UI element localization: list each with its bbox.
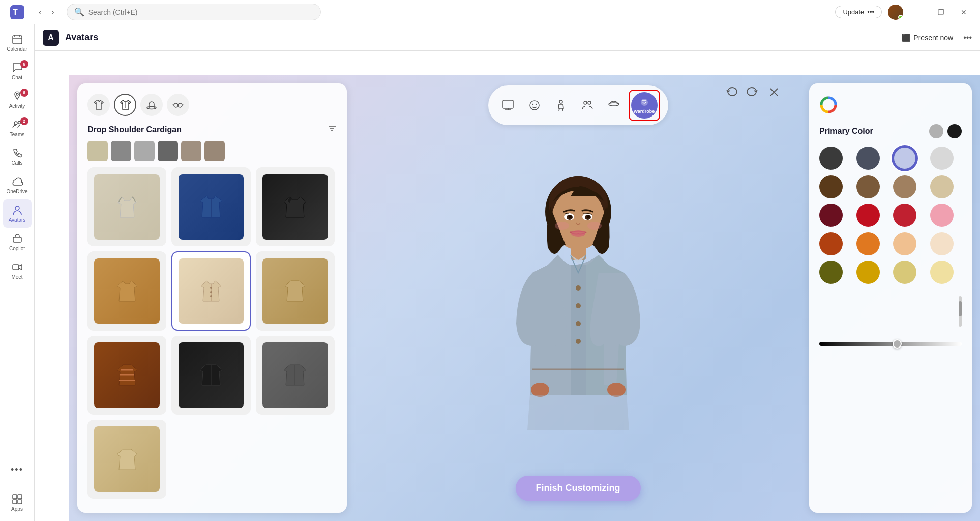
swatch-light-gray[interactable]: [930, 147, 954, 170]
clothing-item-8[interactable]: [171, 336, 250, 415]
sidebar-item-meet[interactable]: Meet: [3, 256, 32, 285]
wardrobe-tab-shirt[interactable]: [87, 94, 110, 116]
swatch-dark-gray[interactable]: [819, 147, 843, 170]
swatch-medium-brown[interactable]: [856, 175, 880, 198]
scrollbar-track: [959, 296, 962, 327]
clothing-item-1[interactable]: [87, 167, 166, 246]
scroll-thumb-5[interactable]: [181, 141, 201, 161]
clothing-grid: [87, 167, 335, 499]
swatch-light-gold[interactable]: [893, 260, 916, 284]
swatch-dark-brown[interactable]: [819, 175, 843, 198]
present-now-button[interactable]: ⬛ Present now: [898, 32, 957, 44]
color-presets: [929, 124, 962, 138]
update-button[interactable]: Update •••: [835, 6, 882, 18]
swatch-red[interactable]: [856, 204, 880, 227]
close-avatar-button[interactable]: [767, 85, 781, 102]
clothing-scroll-container: [87, 167, 337, 503]
sidebar-item-more[interactable]: •••: [3, 455, 32, 484]
cat-wardrobe-button[interactable]: Wardrobe: [631, 92, 658, 119]
forward-button[interactable]: ›: [47, 6, 58, 19]
wardrobe-tab-glasses[interactable]: [167, 94, 189, 116]
sidebar-item-calls[interactable]: Calls: [3, 142, 32, 171]
svg-point-30: [210, 295, 212, 297]
clothing-item-2[interactable]: [171, 167, 250, 246]
sidebar-item-copilot[interactable]: Copilot: [3, 228, 32, 256]
color-preset-black[interactable]: [947, 124, 962, 138]
swatch-light-tan[interactable]: [930, 175, 954, 198]
app-titlebar: A Avatars ⬛ Present now •••: [35, 24, 980, 51]
filter-icon[interactable]: [328, 124, 337, 135]
sidebar-item-activity[interactable]: 6 Activity: [3, 85, 32, 114]
wardrobe-tab-hat[interactable]: [140, 94, 163, 116]
clothing-item-10[interactable]: [87, 420, 166, 499]
swatch-dark-red[interactable]: [819, 204, 843, 227]
maximize-button[interactable]: ❐: [933, 6, 949, 18]
swatch-orange[interactable]: [856, 232, 880, 255]
clothing-item-7[interactable]: [87, 336, 166, 415]
undo-button[interactable]: [725, 85, 738, 102]
swatch-light-yellow[interactable]: [930, 260, 954, 284]
cat-face-button[interactable]: [523, 94, 546, 117]
avatars-icon: [12, 205, 23, 216]
cat-avatar-select-button[interactable]: [496, 94, 520, 117]
cat-group-button[interactable]: [576, 94, 599, 117]
activity-label: Activity: [9, 103, 25, 109]
color-preset-gray[interactable]: [929, 124, 943, 138]
sidebar-item-teams[interactable]: 2 Teams: [3, 114, 32, 142]
scroll-thumb-2[interactable]: [111, 141, 131, 161]
svg-point-42: [559, 100, 562, 103]
svg-text:T: T: [13, 8, 18, 17]
back-button[interactable]: ‹: [35, 6, 45, 19]
svg-rect-10: [13, 237, 21, 242]
close-button[interactable]: ✕: [956, 6, 972, 18]
swatch-dark-orange[interactable]: [819, 232, 843, 255]
svg-point-19: [178, 103, 182, 107]
scroll-thumb-1[interactable]: [87, 141, 108, 161]
search-input[interactable]: [88, 8, 313, 16]
clothing-item-4[interactable]: [87, 251, 166, 330]
swatch-bright-red[interactable]: [893, 204, 916, 227]
calendar-label: Calendar: [7, 46, 27, 52]
sidebar-item-apps[interactable]: Apps: [3, 488, 32, 517]
swatch-light-orange[interactable]: [893, 232, 916, 255]
sidebar-item-avatars[interactable]: Avatars: [3, 199, 32, 228]
svg-point-7: [14, 122, 17, 125]
sidebar-item-chat[interactable]: 6 Chat: [3, 57, 32, 85]
search-bar[interactable]: 🔍: [67, 4, 321, 20]
clothing-item-3[interactable]: [256, 167, 335, 246]
cat-body-button[interactable]: [549, 94, 573, 117]
cat-accessories-button[interactable]: [602, 94, 626, 117]
copilot-label: Copilot: [9, 246, 25, 251]
swatch-slate[interactable]: [856, 147, 880, 170]
swatch-gold[interactable]: [856, 260, 880, 284]
meet-label: Meet: [11, 274, 22, 280]
app-more-button[interactable]: •••: [963, 33, 972, 42]
color-grid: [819, 147, 962, 284]
apps-label: Apps: [11, 506, 23, 512]
minimize-button[interactable]: —: [909, 6, 927, 18]
redo-button[interactable]: [746, 85, 759, 102]
wardrobe-label: Wardrobe: [634, 109, 655, 114]
sidebar-item-calendar[interactable]: Calendar: [3, 28, 32, 57]
calendar-icon: [12, 34, 23, 45]
swatch-light-pink[interactable]: [930, 204, 954, 227]
onedrive-label: OneDrive: [6, 189, 27, 194]
sidebar-item-onedrive[interactable]: OneDrive: [3, 171, 32, 199]
swatch-light-blue-selected[interactable]: [893, 147, 916, 170]
teams-logo: T: [0, 5, 35, 19]
swatch-peach[interactable]: [930, 232, 954, 255]
user-avatar[interactable]: [888, 5, 903, 20]
clothing-item-6[interactable]: [256, 251, 335, 330]
scroll-thumb-4[interactable]: [158, 141, 178, 161]
finish-customizing-button[interactable]: Finish Customizing: [516, 476, 641, 501]
brightness-slider[interactable]: [819, 342, 962, 346]
scroll-thumb-3[interactable]: [134, 141, 155, 161]
wardrobe-tab-jacket[interactable]: [114, 94, 136, 116]
clothing-item-9[interactable]: [256, 336, 335, 415]
svg-point-66: [576, 339, 581, 344]
swatch-olive[interactable]: [819, 260, 843, 284]
scroll-thumb-6[interactable]: [204, 141, 225, 161]
scrollbar-thumb[interactable]: [959, 301, 962, 316]
clothing-item-5[interactable]: [171, 251, 250, 330]
swatch-tan-brown[interactable]: [893, 175, 916, 198]
